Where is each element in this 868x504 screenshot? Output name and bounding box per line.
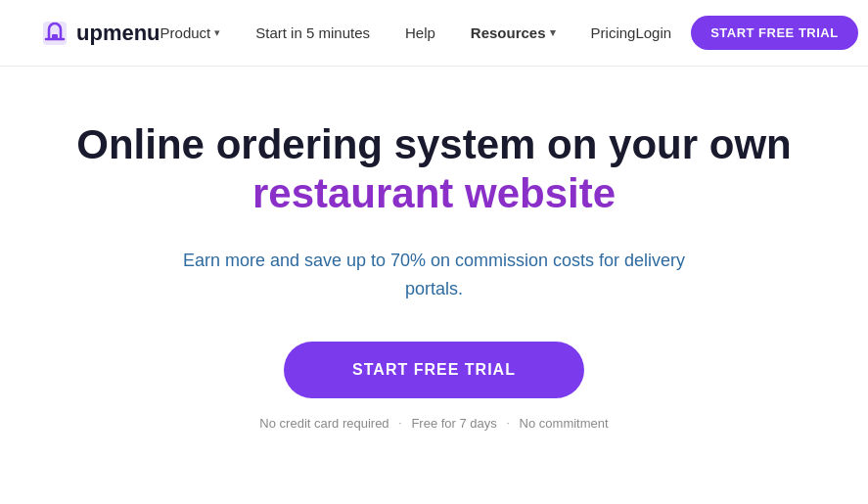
login-button[interactable]: Login xyxy=(635,24,671,41)
nav-item-start[interactable]: Start in 5 minutes xyxy=(255,24,370,41)
chevron-down-icon: ▾ xyxy=(550,26,556,39)
meta-dot-1: · xyxy=(399,418,402,429)
hero-title-line1: Online ordering system on your own xyxy=(76,120,791,169)
nav-item-product[interactable]: Product ▾ xyxy=(160,24,221,41)
header-trial-button[interactable]: START FREE TRIAL xyxy=(691,16,858,50)
meta-free-trial: Free for 7 days xyxy=(411,416,496,431)
nav-item-resources[interactable]: Resources ▾ xyxy=(471,24,556,41)
hero-trial-button[interactable]: START FREE TRIAL xyxy=(284,342,584,398)
meta-no-cc: No credit card required xyxy=(259,416,388,431)
chevron-down-icon: ▾ xyxy=(214,26,220,39)
hero-section: Online ordering system on your own resta… xyxy=(0,67,868,470)
main-nav: Product ▾ Start in 5 minutes Help Resour… xyxy=(160,24,636,41)
meta-dot-2: · xyxy=(507,418,510,429)
logo[interactable]: upmenu xyxy=(39,18,160,49)
header: upmenu Product ▾ Start in 5 minutes Help… xyxy=(0,0,868,67)
logo-icon xyxy=(39,18,70,49)
svg-rect-0 xyxy=(43,22,67,45)
meta-no-commitment: No commitment xyxy=(520,416,609,431)
nav-item-pricing[interactable]: Pricing xyxy=(591,24,636,41)
hero-meta: No credit card required · Free for 7 day… xyxy=(259,416,608,431)
logo-text: upmenu xyxy=(76,21,160,46)
nav-item-help[interactable]: Help xyxy=(405,24,435,41)
svg-rect-1 xyxy=(52,34,58,39)
header-actions: Login START FREE TRIAL xyxy=(635,16,857,50)
hero-title-line2: restaurant website xyxy=(252,169,616,218)
hero-subtitle: Earn more and save up to 70% on commissi… xyxy=(170,247,699,303)
